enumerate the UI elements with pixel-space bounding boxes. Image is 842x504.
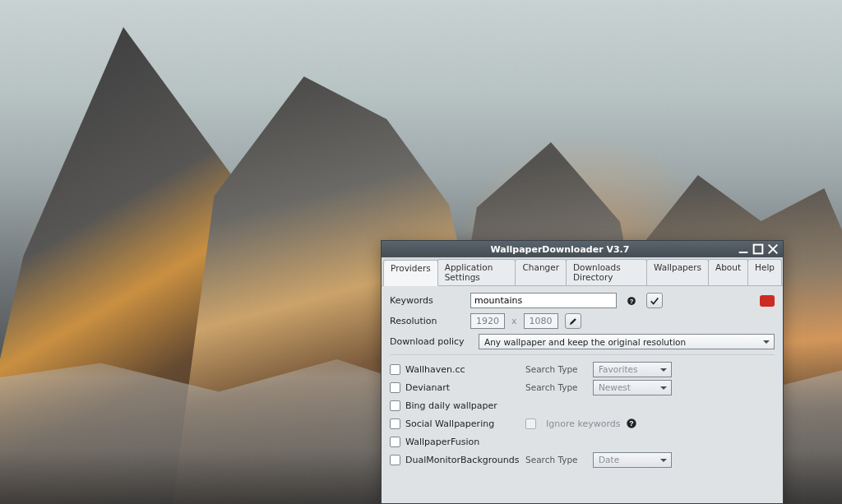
- provider-checkbox[interactable]: [390, 455, 400, 465]
- titlebar[interactable]: WallpaperDownloader V3.7: [382, 241, 783, 257]
- provider-name: Bing daily wallpaper: [405, 400, 525, 411]
- tab-help[interactable]: Help: [747, 259, 782, 285]
- provider-checkbox[interactable]: [390, 418, 400, 429]
- provider-checkbox[interactable]: [390, 364, 400, 375]
- provider-row-dualmonitor: DualMonitorBackgrounds Search Type Date: [390, 451, 775, 469]
- minimize-button[interactable]: [737, 243, 750, 255]
- app-window: WallpaperDownloader V3.7 Providers Appli…: [381, 240, 784, 504]
- provider-row-social-wallpapering: Social Wallpapering Ignore keywords ?: [390, 414, 775, 432]
- resolution-row: Resolution x: [390, 313, 775, 329]
- provider-row-wallhaven: Wallhaven.cc Search Type Favorites: [390, 360, 775, 378]
- tab-wallpapers[interactable]: Wallpapers: [646, 259, 709, 285]
- provider-name: DualMonitorBackgrounds: [405, 455, 525, 465]
- help-icon: ?: [627, 296, 636, 306]
- provider-row-bing: Bing daily wallpaper: [390, 396, 775, 414]
- window-title: WallpaperDownloader V3.7: [385, 244, 735, 255]
- tab-about[interactable]: About: [708, 259, 748, 285]
- keywords-input[interactable]: [470, 293, 617, 308]
- tab-providers[interactable]: Providers: [383, 260, 438, 286]
- provider-name: Wallhaven.cc: [405, 364, 525, 375]
- tab-downloads-directory[interactable]: Downloads Directory: [566, 259, 647, 285]
- minimize-icon: [737, 243, 750, 256]
- provider-name: Devianart: [405, 382, 525, 393]
- search-type-dropdown[interactable]: Favorites: [593, 362, 672, 377]
- search-type-label: Search Type: [525, 364, 593, 374]
- ignore-keywords-label: Ignore keywords: [546, 418, 621, 429]
- status-indicator: [760, 295, 775, 307]
- keywords-help-button[interactable]: ?: [623, 293, 640, 308]
- svg-text:?: ?: [629, 419, 633, 428]
- provider-name: WallpaperFusion: [405, 437, 525, 447]
- provider-checkbox[interactable]: [390, 437, 400, 447]
- search-type-label: Search Type: [525, 455, 593, 465]
- download-policy-row: Download policy Any wallpaper and keep t…: [390, 334, 775, 349]
- tab-changer[interactable]: Changer: [515, 259, 567, 285]
- search-type-dropdown[interactable]: Date: [593, 452, 672, 468]
- provider-checkbox[interactable]: [390, 382, 400, 393]
- provider-row-wallpaperfusion: WallpaperFusion: [390, 432, 775, 451]
- tab-bar: Providers Application Settings Changer D…: [382, 257, 783, 286]
- tab-content-providers: Keywords ? Resolution x: [382, 286, 783, 503]
- download-policy-dropdown[interactable]: Any wallpaper and keep the original reso…: [479, 334, 775, 349]
- keywords-label: Keywords: [390, 295, 464, 306]
- pencil-icon: [568, 317, 578, 326]
- divider: [390, 354, 775, 355]
- resolution-edit-button[interactable]: [565, 313, 581, 329]
- resolution-label: Resolution: [390, 316, 464, 326]
- tab-application-settings[interactable]: Application Settings: [437, 259, 516, 285]
- search-type-dropdown[interactable]: Newest: [593, 380, 672, 395]
- check-icon: [650, 296, 659, 306]
- desktop-background: WallpaperDownloader V3.7 Providers Appli…: [0, 0, 842, 504]
- provider-checkbox[interactable]: [390, 400, 400, 411]
- download-policy-value: Any wallpaper and keep the original reso…: [484, 337, 686, 347]
- help-icon[interactable]: ?: [626, 418, 637, 429]
- keywords-row: Keywords ?: [390, 293, 775, 308]
- download-policy-label: Download policy: [390, 336, 472, 347]
- svg-text:?: ?: [630, 297, 634, 304]
- search-type-label: Search Type: [525, 382, 593, 392]
- resolution-separator: x: [511, 316, 517, 326]
- ignore-keywords-checkbox[interactable]: [525, 418, 536, 429]
- provider-name: Social Wallpapering: [405, 418, 525, 429]
- resolution-width-input[interactable]: [470, 313, 505, 329]
- provider-row-devianart: Devianart Search Type Newest: [390, 378, 775, 396]
- close-button[interactable]: [766, 243, 780, 255]
- maximize-button[interactable]: [752, 243, 765, 255]
- keywords-apply-button[interactable]: [646, 293, 663, 308]
- svg-rect-1: [754, 245, 763, 254]
- maximize-icon: [752, 243, 765, 256]
- resolution-height-input[interactable]: [524, 313, 558, 329]
- close-icon: [766, 243, 780, 256]
